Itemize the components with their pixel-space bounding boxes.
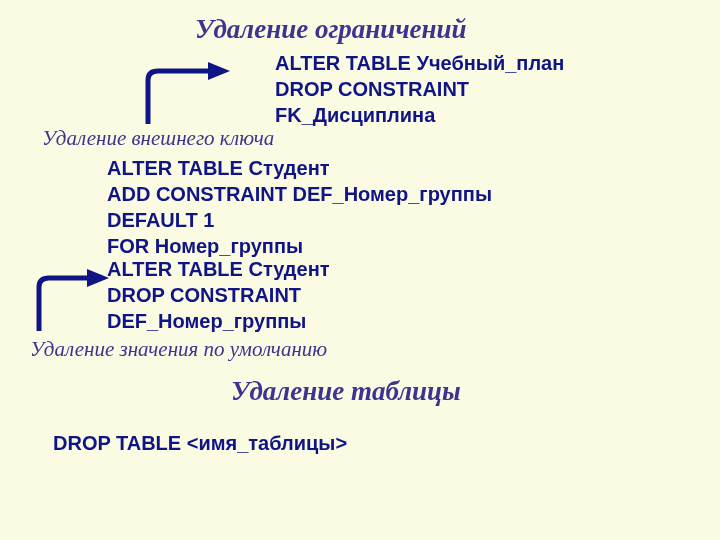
sql-line: ALTER TABLE Студент [107, 155, 492, 181]
heading-table-removal: Удаление таблицы [231, 376, 461, 407]
svg-marker-0 [208, 62, 230, 80]
sql-line: FK_Дисциплина [275, 102, 564, 128]
sql-line: DEFAULT 1 [107, 207, 492, 233]
sql-line: ALTER TABLE Учебный_план [275, 50, 564, 76]
label-delete-foreign-key: Удаление внешнего ключа [42, 126, 274, 151]
svg-marker-1 [87, 269, 109, 287]
sql-line: ADD CONSTRAINT DEF_Номер_группы [107, 181, 492, 207]
sql-block-add-default: ALTER TABLE Студент ADD CONSTRAINT DEF_Н… [107, 155, 492, 259]
sql-line: DROP CONSTRAINT [275, 76, 564, 102]
sql-block-drop-fk: ALTER TABLE Учебный_план DROP CONSTRAINT… [275, 50, 564, 128]
heading-constraint-removal: Удаление ограничений [195, 14, 467, 45]
sql-block-drop-table: DROP TABLE <имя_таблицы> [53, 432, 347, 455]
label-delete-default-value: Удаление значения по умолчанию [30, 337, 327, 362]
